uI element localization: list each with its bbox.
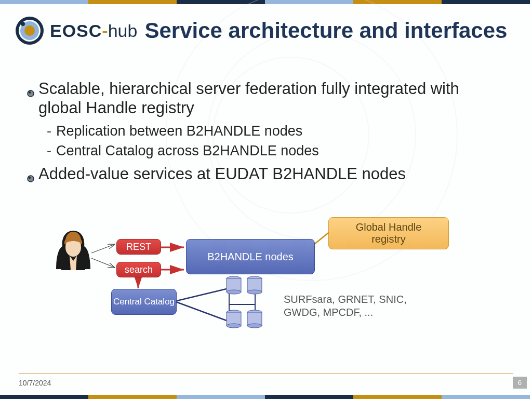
eosc-hub-logo: EOSC - hub [15,16,137,46]
logo-dash: - [102,21,108,41]
svg-point-32 [227,324,241,328]
logo-hub: hub [108,21,138,41]
svg-line-15 [91,258,115,268]
page-number: 6 [513,377,527,389]
bullet-1: Scalable, hierarchical server federation… [27,79,495,117]
svg-point-7 [21,22,25,26]
sites-label: SURFsara, GRNET, SNIC, GWDG, MPCDF, ... [284,293,429,319]
svg-line-14 [91,244,115,253]
global-handle-box: Global Handle registry [328,217,449,249]
catalog-box: Central Catalog [111,289,177,315]
bullet-marker-icon [27,167,38,187]
svg-point-10 [29,91,31,94]
user-icon [56,231,90,270]
search-box: search [116,262,161,277]
bullet-1-sub-2: -Central Catalog across B2HANDLE nodes [47,141,495,161]
rest-box: REST [116,239,161,255]
bullet-2: Added-value services at EUDAT B2HANDLE n… [27,164,495,187]
architecture-diagram: REST search B2HANDLE nodes Central Catal… [50,214,476,354]
svg-point-35 [247,324,262,328]
bullet-1-sub-1: -Replication between B2HANDLE nodes [47,122,495,141]
svg-point-6 [24,25,35,36]
bullet-marker-icon [27,82,38,117]
svg-line-20 [175,301,227,321]
svg-point-13 [29,177,31,179]
svg-line-19 [175,289,227,301]
slide-title: Service architecture and interfaces [144,18,507,43]
svg-point-29 [247,290,262,294]
b2handle-box: B2HANDLE nodes [186,239,315,274]
db-cluster-icon [227,276,262,328]
footer-date: 10/7/2024 [19,379,51,387]
svg-point-26 [227,290,241,294]
logo-eosc: EOSC [50,21,102,41]
